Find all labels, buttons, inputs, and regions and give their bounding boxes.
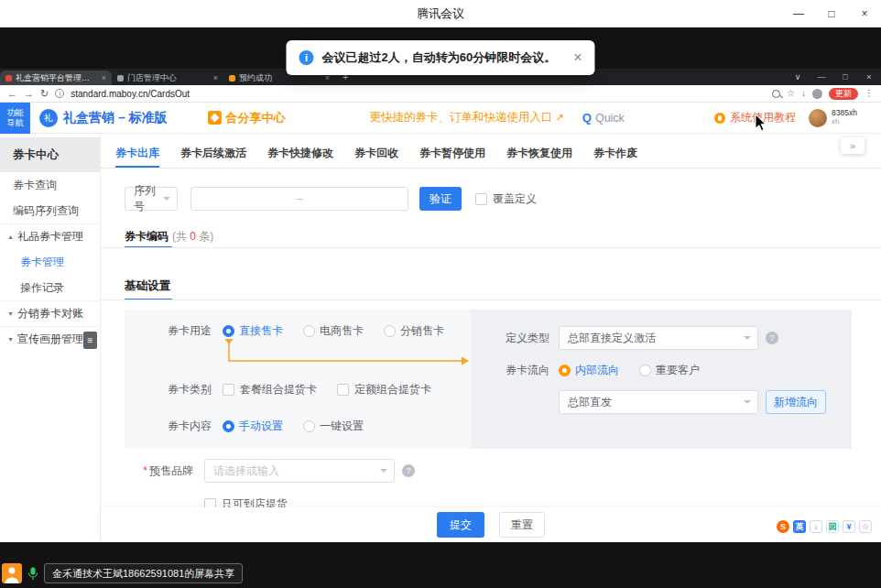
- card-content-label: 券卡内容: [143, 419, 212, 434]
- tab-favicon: [5, 75, 12, 82]
- usage-option-distribution-sale[interactable]: 分销售卡: [384, 323, 444, 339]
- form-footer: 提交 重置 S 英 ↓ 回 ¥ ☆: [101, 507, 881, 542]
- extension-download-icon[interactable]: ↓: [810, 520, 822, 533]
- extension-translate-icon[interactable]: 英: [793, 520, 806, 533]
- sidebar-group-distribution-reconciliation[interactable]: ▼ 分销券卡对账: [0, 300, 100, 326]
- panel-collapse-button[interactable]: »: [841, 137, 865, 154]
- quick-entry-link[interactable]: 更快捷的券卡、订单和快递使用入口 ↗: [370, 110, 564, 125]
- definition-type-label: 定义类型: [471, 331, 549, 346]
- browser-minimize-icon[interactable]: —: [810, 69, 833, 85]
- external-link-icon: ↗: [556, 112, 564, 124]
- radio-selected-icon: [559, 365, 571, 376]
- usage-option-direct-sale[interactable]: 直接售卡: [223, 323, 283, 339]
- tab-card-restore[interactable]: 券卡恢复使用: [506, 141, 572, 168]
- url-text[interactable]: standard.maboy.cn/CardsOut: [71, 89, 766, 99]
- tab-search-icon[interactable]: ∨: [786, 69, 810, 85]
- extension-price-icon[interactable]: ¥: [843, 520, 855, 533]
- back-icon[interactable]: ←: [7, 89, 17, 99]
- tab-card-suspend[interactable]: 券卡暂停使用: [419, 141, 485, 168]
- serial-range-input[interactable]: –: [190, 187, 408, 211]
- user-account[interactable]: 8385xh xh: [809, 109, 857, 127]
- tab-close-icon[interactable]: ×: [213, 73, 218, 82]
- flow-option-internal[interactable]: 内部流向: [559, 363, 619, 378]
- maximize-button[interactable]: □: [815, 0, 848, 27]
- card-code-count: (共 0 条): [172, 229, 213, 245]
- content-option-manual[interactable]: 手动设置: [223, 419, 283, 434]
- brand: 礼 礼盒营销 – 标准版: [39, 109, 168, 127]
- sidebar-item-operation-records[interactable]: 操作记录: [0, 275, 100, 300]
- tab-card-quick-edit[interactable]: 券卡快捷修改: [267, 141, 333, 168]
- share-center-label: 合分享中心: [226, 110, 286, 126]
- checkbox-icon: [337, 384, 349, 396]
- tab-close-icon[interactable]: ×: [102, 73, 106, 82]
- browser-menu-icon[interactable]: ⋮: [865, 89, 874, 98]
- content-option-one-click[interactable]: 一键设置: [303, 419, 364, 434]
- chevron-down-icon: [163, 197, 170, 201]
- tab-card-void[interactable]: 券卡作废: [593, 141, 637, 168]
- sidebar-title: 券卡中心: [0, 137, 100, 172]
- category-option-fixed-combo-card[interactable]: 定额组合提货卡: [337, 382, 431, 397]
- tab-card-followup-activation[interactable]: 券卡后续激活: [180, 141, 246, 168]
- browser-profile-icon[interactable]: [812, 89, 822, 99]
- count-prefix: (共: [172, 230, 190, 243]
- info-icon[interactable]: ?: [402, 464, 415, 477]
- info-icon[interactable]: ?: [766, 332, 778, 344]
- submit-button[interactable]: 提交: [437, 512, 484, 538]
- sidebar-item-code-sequence-query[interactable]: 编码序列查询: [0, 198, 100, 223]
- serial-type-select[interactable]: 序列号: [125, 187, 178, 211]
- main-panel: 券卡出库 券卡后续激活 券卡快捷修改 券卡回收 券卡暂停使用 券卡恢复使用 券卡…: [101, 134, 881, 542]
- tab-card-outbound[interactable]: 券卡出库: [115, 141, 159, 168]
- browser-close-icon[interactable]: ×: [857, 69, 881, 85]
- browser-tab-marketing[interactable]: 礼盒营销平台管理中心 ×: [0, 71, 112, 85]
- window-controls: — □ ×: [782, 0, 881, 27]
- quick-search[interactable]: Q Quick: [582, 111, 625, 125]
- browser-tab-store[interactable]: 门店管理中心 ×: [112, 71, 223, 85]
- toast-close-icon[interactable]: ×: [573, 50, 582, 65]
- extension-favorite-icon[interactable]: ☆: [859, 520, 872, 533]
- site-info-icon[interactable]: i: [55, 89, 64, 98]
- zoom-icon[interactable]: [772, 90, 780, 98]
- required-mark: *: [143, 464, 147, 477]
- browser-window-controls: ∨ — □ ×: [786, 69, 881, 85]
- serial-range-value: –: [297, 192, 303, 205]
- minimize-button[interactable]: —: [782, 0, 815, 27]
- sidebar-item-card-query[interactable]: 券卡查询: [0, 172, 100, 198]
- flow-select-row: 总部直发 新增流向: [559, 390, 826, 414]
- tab-label: 礼盒营销平台管理中心: [16, 72, 98, 84]
- add-flow-button[interactable]: 新增流向: [766, 390, 826, 414]
- share-center-link[interactable]: 合分享中心: [208, 110, 286, 126]
- quick-entry-label: 更快捷的券卡、订单和快递使用入口: [370, 110, 553, 125]
- tab-favicon: [229, 75, 235, 82]
- sidebar-collapse-handle[interactable]: ≡: [83, 332, 97, 349]
- close-button[interactable]: ×: [848, 0, 881, 27]
- tab-card-recycle[interactable]: 券卡回收: [354, 141, 398, 168]
- override-definition-option[interactable]: 覆盖定义: [475, 191, 537, 207]
- extension-s-icon[interactable]: S: [777, 520, 789, 533]
- radio-icon: [639, 365, 651, 376]
- bookmark-star-icon[interactable]: ☆: [787, 89, 795, 98]
- flow-option-important-customer[interactable]: 重要客户: [639, 363, 700, 378]
- usage-option-label: 直接售卡: [239, 323, 283, 339]
- definition-type-select[interactable]: 总部直接定义激活: [559, 326, 758, 350]
- reset-button[interactable]: 重置: [499, 512, 545, 538]
- flow-select[interactable]: 总部直发: [559, 390, 758, 414]
- divider: [101, 299, 881, 300]
- category-option-combo-card[interactable]: 套餐组合提货卡: [223, 382, 317, 397]
- reload-icon[interactable]: ↻: [40, 89, 49, 99]
- browser-addressbar: ← → ↻ i standard.maboy.cn/CardsOut ☆ ↓ 更…: [0, 85, 881, 103]
- usage-option-ecommerce-sale[interactable]: 电商售卡: [303, 323, 364, 339]
- download-icon[interactable]: ↓: [801, 89, 806, 98]
- extension-return-icon[interactable]: 回: [826, 520, 839, 533]
- search-icon: Q: [582, 111, 592, 125]
- browser-update-button[interactable]: 更新: [829, 88, 858, 100]
- triangle-down-icon: ▼: [7, 336, 14, 343]
- sidebar-group-gift-card-management[interactable]: ▲ 礼品券卡管理: [0, 223, 100, 249]
- participant-avatar-icon[interactable]: [2, 563, 22, 583]
- function-nav-button[interactable]: 功能 导航: [0, 103, 30, 134]
- sidebar-item-card-management[interactable]: 券卡管理: [0, 249, 100, 275]
- presale-brand-select[interactable]: 请选择或输入: [204, 459, 395, 483]
- mouse-cursor: [755, 114, 767, 132]
- verify-button[interactable]: 验证: [419, 187, 462, 211]
- forward-icon[interactable]: →: [24, 89, 34, 99]
- browser-maximize-icon[interactable]: □: [833, 69, 857, 85]
